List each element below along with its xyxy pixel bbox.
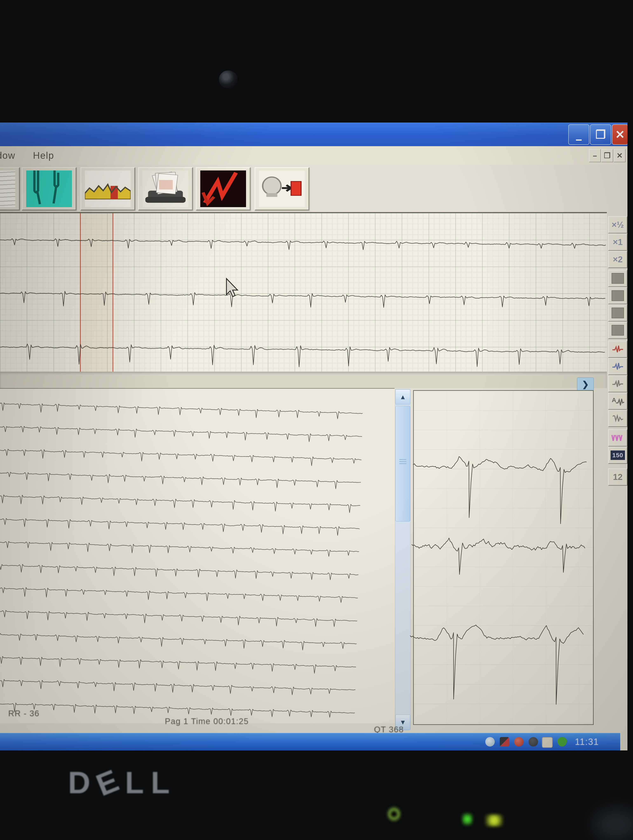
lead-select-button-1[interactable]: [608, 270, 627, 287]
mouse-cursor: [226, 279, 240, 299]
dell-logo: DELL: [68, 765, 177, 801]
trend-histogram-button[interactable]: [81, 167, 135, 210]
lead-select-button-2[interactable]: [608, 287, 627, 304]
svg-text:A: A: [612, 396, 616, 403]
ecg-strip-trace: [0, 291, 605, 311]
leads-12-button[interactable]: 12: [608, 468, 627, 486]
status-center: Pag 1 Time 00:01:25: [165, 717, 249, 726]
laptop-screen: – ❐ ✕ dow Help – ❐ ✕: [0, 123, 627, 750]
main-toolbar: [0, 165, 627, 212]
window-titlebar: – ❐ ✕: [0, 123, 627, 146]
beat-detail-trace: [409, 623, 584, 705]
lead-square-icon: [612, 290, 624, 301]
pink-waveforms-icon: [611, 433, 624, 443]
restore-icon: ❐: [595, 128, 606, 141]
bezel-top: [0, 0, 633, 123]
misc-beat-icon: [612, 413, 624, 423]
electrode-export-icon: [259, 171, 305, 207]
webcam-lens: [219, 70, 238, 88]
right-toolbar: ×½ ×1 ×2 A: [607, 212, 627, 750]
trace-list-panel: [0, 388, 395, 723]
beat-class-a-button[interactable]: A: [608, 392, 627, 410]
trace-list-row: [0, 402, 362, 421]
hr-150-button[interactable]: 150: [608, 447, 627, 464]
power-led: [388, 807, 400, 821]
zoom-x1-button[interactable]: ×1: [608, 234, 627, 251]
waveform-review-button[interactable]: [196, 167, 250, 210]
status-left: RR - 36: [8, 709, 40, 718]
red-beat-icon: [612, 344, 624, 354]
ecg-strip-panel: [0, 212, 607, 373]
taskbar-clock: 11:31: [575, 737, 599, 747]
trace-list-rows: [0, 388, 392, 733]
trace-list-row: [0, 633, 356, 652]
ecg-strip-traces: [0, 213, 607, 378]
menu-bar: dow Help – ❐ ✕: [0, 146, 627, 165]
tray-app-red-icon[interactable]: [500, 737, 509, 747]
tray-shield-icon[interactable]: [557, 737, 567, 747]
taskbar: 11:31: [0, 733, 620, 750]
beat-class-red-button[interactable]: [608, 341, 627, 358]
hdd-led: [485, 814, 503, 827]
ecg-strip-trace: [0, 343, 605, 369]
beat-detail-trace: [412, 456, 586, 524]
waveform-review-icon: [200, 171, 246, 207]
ecg-strips-icon: [0, 171, 15, 207]
blue-beat-icon: [612, 361, 624, 372]
electrode-export-button[interactable]: [255, 167, 309, 210]
tray-device-icon[interactable]: [529, 737, 538, 747]
a-beat-icon: A: [611, 395, 625, 407]
trace-list-row: [0, 425, 362, 443]
trace-list-row: [0, 541, 359, 559]
beat-class-blue-button[interactable]: [608, 358, 627, 375]
trace-list-row: [0, 587, 358, 605]
trace-list-row: [0, 609, 357, 628]
trace-list-row: [0, 656, 356, 674]
beat-class-gray-button[interactable]: [608, 375, 627, 392]
tray-network-icon[interactable]: [485, 737, 495, 747]
tray-alert-icon[interactable]: [514, 737, 524, 747]
thumb-grip: [399, 459, 406, 460]
logo-letter: L: [151, 765, 177, 800]
hr-150-badge: 150: [611, 450, 625, 460]
lead-square-icon: [612, 273, 624, 284]
lead-select-button-4[interactable]: [608, 322, 627, 339]
beat-detail-panel: [413, 390, 593, 725]
beat-class-misc-button[interactable]: [608, 410, 627, 427]
child-minimize-button[interactable]: –: [589, 149, 601, 162]
menu-item-window[interactable]: dow: [0, 150, 15, 161]
print-button[interactable]: [138, 167, 193, 210]
bezel-right: [627, 123, 633, 750]
ecg-strip-trace: [0, 238, 606, 253]
vertical-scrollbar[interactable]: ▲ ▼: [395, 389, 410, 730]
lead-select-button-3[interactable]: [608, 304, 627, 322]
beat-detail-traces: [408, 390, 593, 727]
pink-waveforms-button[interactable]: [608, 429, 627, 447]
beat-template-icon: [26, 171, 72, 207]
child-minimize-icon: –: [593, 151, 597, 160]
print-icon: [142, 171, 188, 207]
menu-item-help[interactable]: Help: [33, 150, 54, 161]
ecg-strips-button[interactable]: [0, 167, 20, 210]
beat-template-button[interactable]: [22, 167, 76, 210]
scrollbar-thumb[interactable]: [396, 406, 410, 521]
advance-page-button[interactable]: ❯: [577, 377, 594, 391]
trace-list-row: [0, 448, 361, 467]
photo-background: – ❐ ✕ dow Help – ❐ ✕: [0, 0, 633, 840]
lead-square-icon: [612, 325, 624, 336]
minimize-button[interactable]: –: [568, 124, 589, 145]
lead-square-icon: [612, 308, 624, 318]
logo-letter: L: [125, 765, 151, 800]
trace-list-row: [0, 471, 361, 490]
restore-button[interactable]: ❐: [590, 124, 611, 145]
child-close-button[interactable]: ✕: [614, 149, 625, 162]
close-button[interactable]: ✕: [612, 124, 627, 145]
trace-list-row: [0, 517, 359, 536]
zoom-half-button[interactable]: ×½: [608, 216, 627, 234]
zoom-x2-button[interactable]: ×2: [608, 251, 627, 268]
scroll-up-button[interactable]: ▲: [396, 389, 410, 404]
minimize-icon: –: [576, 133, 582, 146]
tray-display-icon[interactable]: [542, 737, 552, 748]
child-restore-icon: ❐: [604, 151, 611, 160]
child-restore-button[interactable]: ❐: [601, 149, 613, 162]
